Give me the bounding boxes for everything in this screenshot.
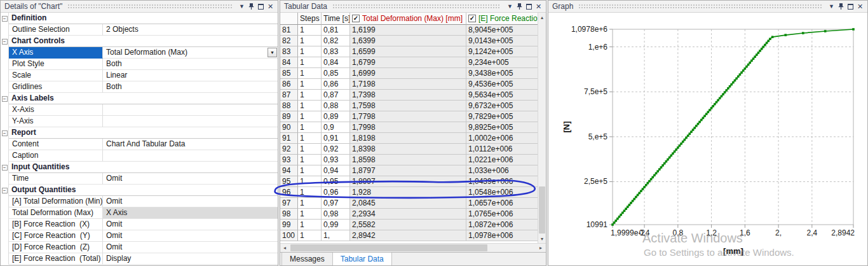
force-cell[interactable]: 1,033e+006 (466, 165, 539, 176)
deformation-cell[interactable]: 1,8598 (350, 155, 466, 165)
table-row[interactable]: 9310,931,85981,0221e+006 (280, 155, 546, 165)
row-number-cell[interactable]: 98 (280, 209, 298, 220)
row-number-cell[interactable]: 91 (280, 133, 298, 144)
time-cell[interactable]: 0,88 (322, 101, 350, 111)
property-value[interactable] (103, 104, 278, 116)
time-cell[interactable]: 0,86 (322, 79, 350, 90)
time-cell[interactable]: 0,91 (322, 133, 350, 144)
property-value[interactable]: Both (103, 81, 278, 93)
deformation-cell[interactable]: 1,7998 (350, 122, 466, 133)
property-label[interactable]: [C] Force Reaction (Y) (9, 230, 103, 242)
force-cell[interactable]: 9,7829e+005 (466, 111, 539, 122)
property-label[interactable]: X Axis (9, 47, 103, 59)
pin-icon[interactable] (247, 2, 256, 11)
scroll-down-icon[interactable]: ▾ (538, 234, 546, 243)
property-value[interactable]: Omit (103, 196, 278, 207)
property-label[interactable]: Y-Axis (9, 116, 103, 127)
row-number-cell[interactable]: 100 (280, 230, 298, 241)
window-menu-icon[interactable]: ▼ (237, 2, 247, 11)
force-cell[interactable]: 9,1242e+005 (466, 46, 539, 57)
table-row[interactable]: 8110,811,61998,9045e+005 (280, 25, 546, 36)
property-value[interactable]: Omit (103, 230, 278, 242)
property-label[interactable]: Content (9, 139, 103, 150)
row-number-cell[interactable]: 99 (280, 220, 298, 230)
steps-cell[interactable]: 1 (298, 68, 322, 79)
steps-cell[interactable]: 1 (298, 176, 322, 187)
steps-cell[interactable]: 1 (298, 90, 322, 101)
table-row[interactable]: 8210,821,63999,0143e+005 (280, 36, 546, 46)
steps-cell[interactable]: 1 (298, 79, 322, 90)
details-section-header[interactable]: Axis Labels (9, 93, 278, 104)
force-cell[interactable]: 1,0548e+006 (466, 187, 539, 198)
table-row[interactable]: 9010,91,79989,8925e+005 (280, 122, 546, 133)
property-value[interactable]: X Axis (103, 207, 278, 219)
time-cell[interactable]: 0,82 (322, 36, 350, 46)
scroll-up-icon[interactable]: ▴ (538, 13, 546, 22)
row-number-cell[interactable]: 96 (280, 187, 298, 198)
property-label[interactable]: Total Deformation (Max) (9, 207, 103, 219)
force-checkbox[interactable]: ✓ (468, 15, 476, 22)
force-cell[interactable]: 9,0143e+005 (466, 36, 539, 46)
collapse-minus-icon[interactable]: − (2, 16, 8, 22)
time-cell[interactable]: 0,97 (322, 198, 350, 209)
details-section-header[interactable]: Definition (9, 13, 278, 24)
property-value[interactable] (103, 116, 278, 127)
steps-cell[interactable]: 1 (298, 122, 322, 133)
time-cell[interactable]: 0,83 (322, 46, 350, 57)
deformation-cell[interactable]: 1,7198 (350, 79, 466, 90)
close-icon[interactable]: ✕ (534, 2, 543, 11)
property-label[interactable]: Caption (9, 150, 103, 162)
time-cell[interactable]: 0,85 (322, 68, 350, 79)
force-cell[interactable]: 9,5634e+005 (466, 90, 539, 101)
deformation-cell[interactable]: 2,8942 (350, 230, 466, 241)
property-value[interactable] (103, 150, 278, 162)
table-row[interactable]: 9810,982,29341,0765e+006 (280, 209, 546, 220)
row-number-cell[interactable]: 88 (280, 101, 298, 111)
table-row[interactable]: 8710,871,73989,5634e+005 (280, 90, 546, 101)
tab-tabular-data[interactable]: Tabular Data (333, 253, 392, 265)
deformation-cell[interactable]: 2,0845 (350, 198, 466, 209)
row-number-cell[interactable]: 85 (280, 68, 298, 79)
force-cell[interactable]: 9,6732e+005 (466, 101, 539, 111)
property-value[interactable]: Omit (103, 173, 278, 185)
time-cell[interactable]: 0,95 (322, 176, 350, 187)
property-value[interactable]: Omit (103, 219, 278, 230)
steps-cell[interactable]: 1 (298, 230, 322, 241)
property-label[interactable]: X-Axis (9, 104, 103, 116)
collapse-minus-icon[interactable]: − (2, 165, 8, 171)
force-cell[interactable]: 1,0439e+006 (466, 176, 539, 187)
table-row[interactable]: 8610,861,71989,4536e+005 (280, 79, 546, 90)
force-cell[interactable]: 9,8925e+005 (466, 122, 539, 133)
details-section-header[interactable]: Report (9, 127, 278, 139)
table-row[interactable]: 9610,961,9281,0548e+006 (280, 187, 546, 198)
steps-cell[interactable]: 1 (298, 165, 322, 176)
maximize-icon[interactable] (524, 2, 534, 11)
table-row[interactable]: 8910,891,77989,7829e+005 (280, 111, 546, 122)
table-row[interactable]: 9510,951,89971,0439e+006 (280, 176, 546, 187)
force-cell[interactable]: 1,0978e+006 (466, 230, 539, 241)
scroll-left-icon[interactable]: ◂ (280, 244, 289, 252)
window-menu-icon[interactable]: ▼ (827, 2, 836, 11)
time-cell[interactable]: 0,84 (322, 57, 350, 68)
deformation-cell[interactable]: 1,6799 (350, 57, 466, 68)
force-cell[interactable]: 9,4536e+005 (466, 79, 539, 90)
property-label[interactable]: Time (9, 173, 103, 185)
table-row[interactable]: 9410,941,87971,033e+006 (280, 165, 546, 176)
deformation-cell[interactable]: 2,2934 (350, 209, 466, 220)
row-number-cell[interactable]: 89 (280, 111, 298, 122)
time-cell[interactable]: 0,89 (322, 111, 350, 122)
property-label[interactable]: Gridlines (9, 81, 103, 93)
details-section-header[interactable]: Input Quantities (9, 162, 278, 173)
time-cell[interactable]: 0,94 (322, 165, 350, 176)
force-cell[interactable]: 1,0002e+006 (466, 133, 539, 144)
horizontal-scrollbar[interactable]: ◂ ▸ (280, 243, 546, 252)
pin-icon[interactable] (515, 2, 524, 11)
row-number-cell[interactable]: 97 (280, 198, 298, 209)
steps-cell[interactable]: 1 (298, 144, 322, 155)
time-cell[interactable]: 0,92 (322, 144, 350, 155)
row-number-cell[interactable]: 95 (280, 176, 298, 187)
table-row[interactable]: 8810,881,75989,6732e+005 (280, 101, 546, 111)
property-label[interactable]: Plot Style (9, 59, 103, 70)
maximize-icon[interactable] (846, 2, 855, 11)
time-cell[interactable]: 1, (322, 230, 350, 241)
